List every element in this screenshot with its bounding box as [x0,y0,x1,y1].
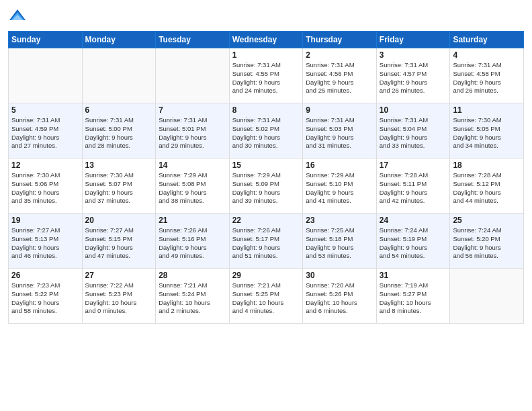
calendar-day-cell: 11Sunrise: 7:30 AM Sunset: 5:05 PM Dayli… [450,103,524,158]
day-number: 26 [11,271,79,280]
calendar-day-cell [156,48,230,103]
day-info: Sunrise: 7:30 AM Sunset: 5:07 PM Dayligh… [85,171,153,205]
day-number: 4 [453,50,521,60]
day-info: Sunrise: 7:31 AM Sunset: 4:56 PM Dayligh… [306,61,373,95]
calendar-day-cell: 28Sunrise: 7:21 AM Sunset: 5:24 PM Dayli… [156,269,230,324]
day-info: Sunrise: 7:31 AM Sunset: 4:57 PM Dayligh… [380,61,447,95]
calendar-day-cell: 31Sunrise: 7:19 AM Sunset: 5:27 PM Dayli… [376,269,450,324]
calendar-day-cell: 20Sunrise: 7:27 AM Sunset: 5:15 PM Dayli… [82,214,156,269]
calendar-day-cell: 15Sunrise: 7:29 AM Sunset: 5:09 PM Dayli… [229,158,303,214]
calendar-day-cell: 14Sunrise: 7:29 AM Sunset: 5:08 PM Dayli… [156,158,230,214]
calendar-day-cell: 2Sunrise: 7:31 AM Sunset: 4:56 PM Daylig… [303,48,377,103]
calendar-body: 1Sunrise: 7:31 AM Sunset: 4:55 PM Daylig… [9,48,524,324]
calendar-day-cell: 19Sunrise: 7:27 AM Sunset: 5:13 PM Dayli… [9,214,83,269]
weekday-header: Monday [82,32,156,48]
day-info: Sunrise: 7:28 AM Sunset: 5:12 PM Dayligh… [453,171,521,205]
day-info: Sunrise: 7:21 AM Sunset: 5:24 PM Dayligh… [159,281,226,316]
day-number: 9 [306,105,373,115]
day-info: Sunrise: 7:25 AM Sunset: 5:18 PM Dayligh… [306,226,373,261]
calendar-day-cell: 4Sunrise: 7:31 AM Sunset: 4:58 PM Daylig… [450,48,524,103]
calendar-day-cell: 23Sunrise: 7:25 AM Sunset: 5:18 PM Dayli… [303,214,377,269]
calendar-week-row: 26Sunrise: 7:23 AM Sunset: 5:22 PM Dayli… [9,269,524,324]
day-info: Sunrise: 7:29 AM Sunset: 5:09 PM Dayligh… [232,171,300,205]
calendar-day-cell: 9Sunrise: 7:31 AM Sunset: 5:03 PM Daylig… [303,103,377,158]
calendar-day-cell: 1Sunrise: 7:31 AM Sunset: 4:55 PM Daylig… [229,48,303,103]
day-number: 10 [380,105,447,115]
day-number: 6 [85,105,153,115]
day-number: 5 [11,105,79,115]
calendar-day-cell: 17Sunrise: 7:28 AM Sunset: 5:11 PM Dayli… [376,158,450,214]
calendar-table: SundayMondayTuesdayWednesdayThursdayFrid… [8,31,524,324]
calendar-week-row: 5Sunrise: 7:31 AM Sunset: 4:59 PM Daylig… [9,103,524,158]
calendar-day-cell: 16Sunrise: 7:29 AM Sunset: 5:10 PM Dayli… [303,158,377,214]
calendar-week-row: 12Sunrise: 7:30 AM Sunset: 5:06 PM Dayli… [9,158,524,214]
calendar-day-cell: 22Sunrise: 7:26 AM Sunset: 5:17 PM Dayli… [229,214,303,269]
day-info: Sunrise: 7:21 AM Sunset: 5:25 PM Dayligh… [232,281,300,316]
day-number: 14 [159,161,226,170]
calendar-day-cell: 30Sunrise: 7:20 AM Sunset: 5:26 PM Dayli… [303,269,377,324]
calendar-day-cell: 29Sunrise: 7:21 AM Sunset: 5:25 PM Dayli… [229,269,303,324]
day-number: 16 [306,161,373,170]
day-info: Sunrise: 7:28 AM Sunset: 5:11 PM Dayligh… [380,171,447,205]
day-number: 13 [85,161,153,170]
calendar-day-cell [450,269,524,324]
day-number: 21 [159,216,226,225]
calendar-day-cell: 3Sunrise: 7:31 AM Sunset: 4:57 PM Daylig… [376,48,450,103]
weekday-header: Friday [376,32,450,48]
day-info: Sunrise: 7:23 AM Sunset: 5:22 PM Dayligh… [11,281,79,316]
day-number: 8 [232,105,300,115]
day-number: 15 [232,161,300,170]
day-info: Sunrise: 7:24 AM Sunset: 5:19 PM Dayligh… [380,226,447,261]
day-info: Sunrise: 7:30 AM Sunset: 5:05 PM Dayligh… [453,116,521,150]
day-number: 19 [11,216,79,225]
day-info: Sunrise: 7:26 AM Sunset: 5:17 PM Dayligh… [232,226,300,261]
day-number: 3 [380,50,447,60]
calendar-day-cell: 12Sunrise: 7:30 AM Sunset: 5:06 PM Dayli… [9,158,83,214]
weekday-header: Tuesday [156,32,230,48]
logo [8,7,30,26]
calendar-week-row: 1Sunrise: 7:31 AM Sunset: 4:55 PM Daylig… [9,48,524,103]
day-number: 2 [306,50,373,60]
day-info: Sunrise: 7:19 AM Sunset: 5:27 PM Dayligh… [380,281,447,316]
calendar-day-cell: 24Sunrise: 7:24 AM Sunset: 5:19 PM Dayli… [376,214,450,269]
calendar-day-cell: 21Sunrise: 7:26 AM Sunset: 5:16 PM Dayli… [156,214,230,269]
header [8,7,524,26]
day-number: 28 [159,271,226,280]
calendar-day-cell: 13Sunrise: 7:30 AM Sunset: 5:07 PM Dayli… [82,158,156,214]
calendar-day-cell: 26Sunrise: 7:23 AM Sunset: 5:22 PM Dayli… [9,269,83,324]
day-info: Sunrise: 7:31 AM Sunset: 5:01 PM Dayligh… [159,116,226,150]
day-number: 30 [306,271,373,280]
day-number: 20 [85,216,153,225]
day-info: Sunrise: 7:31 AM Sunset: 5:00 PM Dayligh… [85,116,153,150]
day-number: 7 [159,105,226,115]
calendar-day-cell: 27Sunrise: 7:22 AM Sunset: 5:23 PM Dayli… [82,269,156,324]
calendar-day-cell: 8Sunrise: 7:31 AM Sunset: 5:02 PM Daylig… [229,103,303,158]
day-info: Sunrise: 7:27 AM Sunset: 5:15 PM Dayligh… [85,226,153,261]
calendar-header: SundayMondayTuesdayWednesdayThursdayFrid… [9,32,524,48]
day-info: Sunrise: 7:31 AM Sunset: 5:02 PM Dayligh… [232,116,300,150]
day-number: 25 [453,216,521,225]
weekday-header: Wednesday [229,32,303,48]
page-container: SundayMondayTuesdayWednesdayThursdayFrid… [0,0,532,411]
day-number: 11 [453,105,521,115]
day-info: Sunrise: 7:31 AM Sunset: 4:59 PM Dayligh… [11,116,79,150]
day-info: Sunrise: 7:24 AM Sunset: 5:20 PM Dayligh… [453,226,521,261]
day-info: Sunrise: 7:29 AM Sunset: 5:08 PM Dayligh… [159,171,226,205]
day-number: 27 [85,271,153,280]
weekday-row: SundayMondayTuesdayWednesdayThursdayFrid… [9,32,524,48]
calendar-week-row: 19Sunrise: 7:27 AM Sunset: 5:13 PM Dayli… [9,214,524,269]
calendar-day-cell: 18Sunrise: 7:28 AM Sunset: 5:12 PM Dayli… [450,158,524,214]
weekday-header: Sunday [9,32,83,48]
day-number: 23 [306,216,373,225]
logo-icon [8,7,27,26]
day-number: 29 [232,271,300,280]
calendar-day-cell: 25Sunrise: 7:24 AM Sunset: 5:20 PM Dayli… [450,214,524,269]
day-info: Sunrise: 7:29 AM Sunset: 5:10 PM Dayligh… [306,171,373,205]
day-info: Sunrise: 7:22 AM Sunset: 5:23 PM Dayligh… [85,281,153,316]
day-info: Sunrise: 7:31 AM Sunset: 5:04 PM Dayligh… [380,116,447,150]
day-info: Sunrise: 7:31 AM Sunset: 4:58 PM Dayligh… [453,61,521,95]
calendar-day-cell [82,48,156,103]
day-number: 1 [232,50,300,60]
day-number: 24 [380,216,447,225]
day-number: 31 [380,271,447,280]
